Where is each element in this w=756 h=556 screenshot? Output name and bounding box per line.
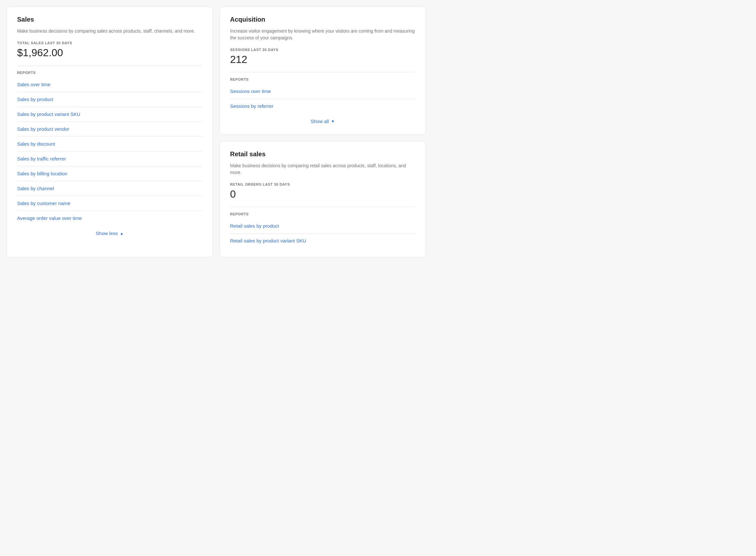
report-link-sales-by-traffic-referrer[interactable]: Sales by traffic referrer: [17, 151, 202, 166]
sales-card-title: Sales: [17, 16, 202, 23]
acquisition-stat-label: SESSIONS LAST 30 DAYS: [230, 48, 415, 51]
report-link-sales-by-channel[interactable]: Sales by channel: [17, 181, 202, 196]
sales-show-less-button[interactable]: Show less ▲: [17, 225, 202, 237]
acquisition-card-title: Acquisition: [230, 16, 415, 23]
report-link-sales-by-product[interactable]: Sales by product: [17, 92, 202, 107]
retail-sales-divider: [230, 207, 415, 207]
retail-sales-card-description: Make business decisions by comparing ret…: [230, 163, 415, 176]
show-all-arrow-icon: ▼: [331, 119, 335, 124]
sales-card: Sales Make business decisions by compari…: [6, 6, 213, 257]
sales-reports-label: REPORTS: [17, 71, 202, 75]
report-link-retail-sales-by-product-variant-sku[interactable]: Retail sales by product variant SKU: [230, 234, 415, 248]
right-column: Acquisition Increase visitor engagement …: [219, 6, 426, 257]
report-link-sales-over-time[interactable]: Sales over time: [17, 77, 202, 92]
acquisition-stat-value: 212: [230, 54, 415, 66]
sales-stat-value: $1,962.00: [17, 47, 202, 59]
acquisition-card-description: Increase visitor engagement by knowing w…: [230, 28, 415, 41]
report-link-sales-by-discount[interactable]: Sales by discount: [17, 137, 202, 151]
retail-sales-stat-value: 0: [230, 188, 415, 200]
show-less-arrow-icon: ▲: [120, 231, 123, 236]
retail-sales-stat-label: RETAIL ORDERS LAST 30 DAYS: [230, 182, 415, 186]
acquisition-reports-label: REPORTS: [230, 77, 415, 81]
sales-divider: [17, 65, 202, 66]
report-link-sessions-by-referrer[interactable]: Sessions by referrer: [230, 99, 415, 113]
report-link-retail-sales-by-product[interactable]: Retail sales by product: [230, 218, 415, 234]
acquisition-divider: [230, 72, 415, 72]
retail-sales-card-title: Retail sales: [230, 150, 415, 158]
report-link-sales-by-billing-location[interactable]: Sales by billing location: [17, 166, 202, 181]
acquisition-card: Acquisition Increase visitor engagement …: [219, 6, 426, 135]
report-link-sales-by-product-vendor[interactable]: Sales by product vendor: [17, 122, 202, 137]
report-link-sessions-over-time[interactable]: Sessions over time: [230, 84, 415, 99]
report-link-sales-by-product-variant-sku[interactable]: Sales by product variant SKU: [17, 107, 202, 122]
sales-stat-label: TOTAL SALES LAST 30 DAYS: [17, 41, 202, 45]
retail-sales-reports-label: REPORTS: [230, 212, 415, 216]
report-link-sales-by-customer-name[interactable]: Sales by customer name: [17, 196, 202, 211]
dashboard-grid: Sales Make business decisions by compari…: [6, 6, 426, 257]
acquisition-show-all-button[interactable]: Show all ▼: [230, 113, 415, 125]
report-link-average-order-value-over-time[interactable]: Average order value over time: [17, 211, 202, 225]
sales-card-description: Make business decisions by comparing sal…: [17, 28, 202, 35]
retail-sales-card: Retail sales Make business decisions by …: [219, 141, 426, 257]
